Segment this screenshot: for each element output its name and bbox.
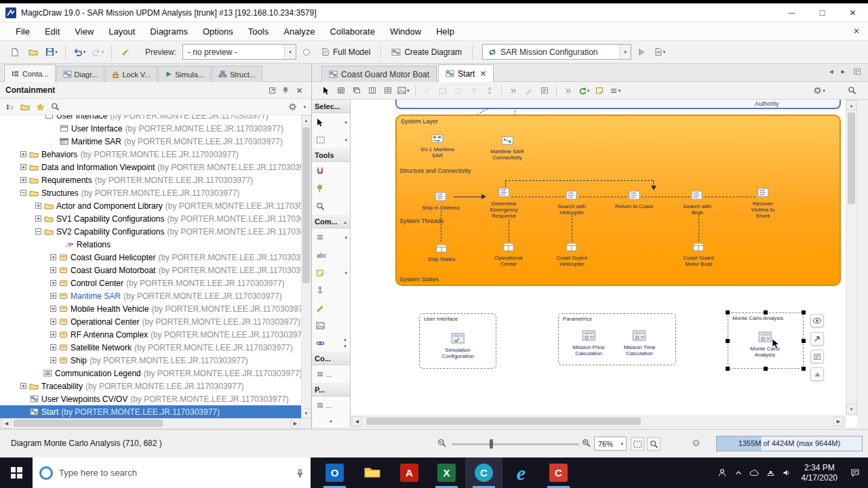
network-icon[interactable] <box>763 458 779 488</box>
zoom-selection-button[interactable] <box>647 437 660 451</box>
specification-button[interactable] <box>810 350 824 363</box>
palette-section-p[interactable]: P... <box>312 383 350 396</box>
save-project-button[interactable] <box>43 43 60 61</box>
outlook-taskbar-button[interactable]: O <box>316 458 353 488</box>
chevrons-tool-button[interactable] <box>561 84 575 98</box>
selection-handle[interactable] <box>764 367 768 371</box>
fit-in-window-button[interactable] <box>631 437 644 451</box>
palette-scroll-up-button[interactable] <box>312 414 350 426</box>
diagram-node-coast-guard[interactable]: Coast Guard Motor Boat <box>683 242 713 267</box>
grid-tool-button[interactable] <box>334 84 348 98</box>
diagram-node-sv-1-maritime[interactable]: SV-1 Maritime SAR <box>420 134 454 159</box>
expand-icon[interactable]: + <box>50 306 56 312</box>
menu-view[interactable]: View <box>67 22 101 40</box>
tree-item-behaviors[interactable]: +Behaviors(by PORTER.MONTE.LEE.JR.117030… <box>0 148 301 161</box>
cursor-palette-item[interactable] <box>312 113 350 131</box>
expand-icon[interactable]: + <box>50 254 56 260</box>
menu-palette-item[interactable]: ... <box>312 365 350 383</box>
diagram-options-button[interactable] <box>812 84 826 98</box>
palette-section-co[interactable]: Co... <box>312 352 350 365</box>
close-project-icon[interactable] <box>845 26 868 36</box>
diagram-node-operational[interactable]: Operational Center <box>494 242 522 267</box>
pen-palette-item[interactable] <box>312 299 350 317</box>
pin-palette-item[interactable] <box>312 180 350 197</box>
lineic-tool-button[interactable] <box>420 84 434 98</box>
magnet-palette-item[interactable] <box>312 162 350 180</box>
maximize-button[interactable] <box>807 3 837 22</box>
volume-icon[interactable] <box>779 458 795 488</box>
float-panel-button[interactable] <box>265 87 279 94</box>
tree-item-communication-legend[interactable]: Communication Legend(by PORTER.MONTE.LEE… <box>0 367 301 380</box>
folder-icon[interactable] <box>20 103 30 110</box>
tree-hscrollbar-thumb[interactable] <box>14 420 163 427</box>
close-panel-button[interactable] <box>292 87 306 94</box>
taskbar-clock[interactable]: 2:34 PM 4/17/2020 <box>795 463 844 483</box>
menu-analyze[interactable]: Analyze <box>276 22 322 40</box>
zoom-out-icon[interactable] <box>437 439 446 447</box>
microphone-icon[interactable] <box>296 468 304 478</box>
diagram-node-mission-price[interactable]: Mission Price Calculation <box>572 330 605 357</box>
memory-indicator[interactable]: 1355M of 4424M (max 9644M) <box>716 436 863 451</box>
zoom-slider-thumb[interactable] <box>490 439 493 449</box>
expand-icon[interactable]: + <box>50 319 56 325</box>
tree-item-actor-and-component-library[interactable]: +Actor and Component Library(by PORTER.M… <box>0 199 301 212</box>
scroll-down-button[interactable] <box>846 404 856 414</box>
tree-item-structures[interactable]: −Structures(by PORTER.MONTE.LEE.JR.11703… <box>0 186 301 199</box>
diagram-node-maritime-sar[interactable]: Maritime SAR Connectivity <box>490 136 524 161</box>
anchor-tool-button[interactable] <box>483 84 496 98</box>
selection-handle[interactable] <box>726 367 730 371</box>
editor-tab-coast-guard-motor-boat[interactable]: Coast Guard Motor Boat <box>321 66 437 82</box>
action-center-button[interactable] <box>844 458 867 488</box>
minimize-button[interactable] <box>776 3 807 22</box>
canvas-hscrollbar-thumb[interactable] <box>366 418 641 425</box>
validate-button[interactable] <box>117 43 134 61</box>
selection-handle[interactable] <box>802 339 806 343</box>
acrobat-taskbar-button[interactable]: A <box>391 458 428 488</box>
camtasia-recorder-taskbar-button[interactable]: C <box>540 458 577 488</box>
menu-layout[interactable]: Layout <box>101 22 142 40</box>
taskbar-search[interactable]: Type here to search <box>33 458 311 488</box>
refresh-tool-button[interactable] <box>577 84 591 98</box>
tree-scrollbar-thumb[interactable] <box>302 127 310 283</box>
diagram-node-simulation[interactable]: Simulation Configuration <box>441 333 474 359</box>
tree-item-coast-guard-motorboat[interactable]: +Coast Guard Motorboat(by PORTER.MONTE.L… <box>0 264 301 277</box>
menu-palette-item[interactable] <box>312 228 350 246</box>
ellipseic-tool-button[interactable] <box>452 84 465 98</box>
tree-item-ship[interactable]: +Ship(by PORTER.MONTE.LEE.JR.1170303977) <box>0 354 301 367</box>
chevrons-tool-button[interactable] <box>507 84 520 98</box>
expand-icon[interactable]: + <box>50 357 56 363</box>
scroll-tabs-left-icon[interactable] <box>829 69 833 74</box>
tree-options-icon[interactable] <box>5 103 14 111</box>
dropdown-button[interactable] <box>619 45 631 59</box>
dropdown-button[interactable] <box>284 45 296 59</box>
pin-panel-button[interactable] <box>279 87 292 94</box>
menu-help[interactable]: Help <box>429 22 462 40</box>
navigate-button[interactable] <box>810 332 824 346</box>
show-element-button[interactable] <box>810 314 824 327</box>
link-palette-item[interactable] <box>312 334 350 352</box>
show-hidden-icons-icon[interactable] <box>730 458 747 488</box>
listsm-tool-button[interactable] <box>538 84 551 98</box>
preview-dropdown[interactable]: - no preview - <box>182 44 296 60</box>
diagram-node-determine[interactable]: Determine Emergency Response <box>490 188 517 219</box>
zoom-palette-item[interactable] <box>312 197 350 215</box>
panel-tab-lock-v[interactable]: Lock V... <box>105 66 157 82</box>
scroll-up-button[interactable] <box>301 115 311 125</box>
editor-tab-start[interactable]: Start <box>438 64 494 82</box>
create-diagram-button[interactable]: Create Diagram <box>387 43 467 61</box>
menu-tool-button[interactable] <box>608 84 622 98</box>
scroll-up-button[interactable] <box>846 100 856 110</box>
diagram-search-button[interactable] <box>845 84 859 98</box>
tree-item-relations[interactable]: Relations <box>0 238 301 251</box>
expand-icon[interactable]: + <box>20 383 26 389</box>
run-configuration-button[interactable] <box>633 43 650 61</box>
gear-icon[interactable] <box>692 439 701 447</box>
excel-taskbar-button[interactable]: X <box>428 458 465 488</box>
abc-palette-item[interactable]: abc <box>312 246 350 264</box>
menu-diagrams[interactable]: Diagrams <box>142 22 195 40</box>
selection-handle[interactable] <box>764 310 768 314</box>
diagram-node-return-to-coast[interactable]: Return to Coast <box>615 190 653 209</box>
selection-handle[interactable] <box>802 310 806 314</box>
marquee-palette-item[interactable] <box>312 131 350 148</box>
selection-handle[interactable] <box>802 367 806 371</box>
